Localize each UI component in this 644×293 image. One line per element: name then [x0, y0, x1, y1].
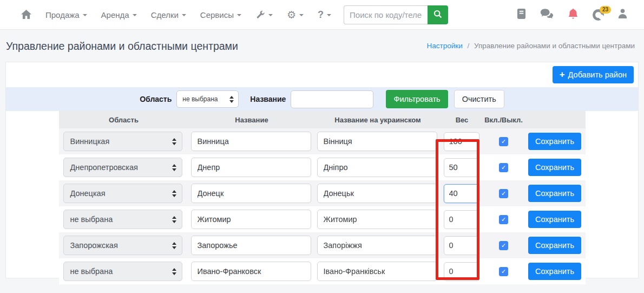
- book-icon: [517, 8, 526, 22]
- enabled-checkbox[interactable]: ✓: [499, 267, 508, 276]
- table-row: не выбрана ✓ Сохранить: [59, 258, 586, 284]
- name-ua-input[interactable]: [317, 236, 437, 255]
- name-input[interactable]: [191, 132, 311, 151]
- enabled-checkbox[interactable]: ✓: [499, 137, 508, 146]
- region-select-value: Винницкая: [70, 137, 110, 146]
- name-input[interactable]: [191, 210, 311, 229]
- menu-deals[interactable]: Сделки: [144, 10, 193, 19]
- chevron-down-icon: [327, 14, 331, 16]
- add-district-button[interactable]: + Добавить район: [553, 66, 634, 83]
- breadcrumb: Настройки / Управление районами и област…: [427, 39, 635, 50]
- enabled-checkbox[interactable]: ✓: [499, 163, 508, 172]
- region-select-value: не выбрана: [70, 267, 113, 276]
- table-body: Винницкая ✓ Сохранить Днепропетровская ✓: [59, 128, 586, 284]
- header-region: Область: [59, 116, 189, 124]
- name-ua-input[interactable]: [317, 132, 437, 151]
- check-icon: ✓: [501, 243, 506, 249]
- chevron-down-icon: [268, 14, 273, 16]
- region-select[interactable]: Запорожская: [63, 236, 182, 255]
- home-button[interactable]: [14, 10, 38, 19]
- region-select[interactable]: Винницкая: [63, 132, 182, 151]
- journal-button[interactable]: [517, 8, 526, 22]
- name-ua-input[interactable]: [317, 184, 437, 203]
- enabled-checkbox[interactable]: ✓: [499, 241, 508, 250]
- chevron-down-icon: [182, 14, 186, 16]
- filter-region-select[interactable]: не выбрана: [176, 90, 239, 108]
- save-button[interactable]: Сохранить: [528, 237, 581, 254]
- check-icon: ✓: [501, 217, 506, 223]
- save-button[interactable]: Сохранить: [528, 133, 581, 150]
- name-input[interactable]: [191, 236, 311, 255]
- save-button[interactable]: Сохранить: [528, 263, 581, 280]
- menu-services[interactable]: Сервисы: [193, 10, 248, 19]
- region-select[interactable]: Днепропетровская: [63, 158, 182, 177]
- weight-input[interactable]: [444, 158, 479, 177]
- region-select-value: Днепропетровская: [70, 163, 138, 172]
- weight-input[interactable]: [444, 210, 479, 229]
- region-select-value: Донецкая: [70, 189, 106, 198]
- filter-button[interactable]: Фильтровать: [386, 90, 448, 108]
- weight-input[interactable]: [444, 184, 479, 203]
- filter-name-input[interactable]: [291, 90, 373, 108]
- menu-rent[interactable]: Аренда: [94, 10, 144, 19]
- select-arrows-icon: [172, 216, 176, 223]
- search-button[interactable]: [428, 5, 448, 24]
- page-header: Управление районами и областными центрам…: [0, 30, 644, 60]
- menu-rent-label: Аренда: [101, 10, 129, 19]
- region-select[interactable]: не выбрана: [63, 210, 182, 229]
- filter-region-label: Область: [140, 95, 172, 103]
- name-input[interactable]: [191, 158, 311, 177]
- clear-button[interactable]: Очистить: [454, 90, 504, 108]
- save-button[interactable]: Сохранить: [528, 185, 581, 202]
- save-button[interactable]: Сохранить: [528, 211, 581, 228]
- breadcrumb-separator: /: [468, 42, 470, 50]
- enabled-checkbox[interactable]: ✓: [499, 189, 508, 198]
- menu-sales-label: Продажа: [45, 10, 80, 19]
- name-input[interactable]: [191, 184, 311, 203]
- menu-help[interactable]: ?: [311, 9, 338, 21]
- name-ua-input[interactable]: [317, 210, 437, 229]
- plus-icon: +: [560, 71, 565, 79]
- profile-button[interactable]: [617, 8, 628, 21]
- region-select[interactable]: Донецкая: [63, 184, 182, 203]
- page-title: Управление районами и областными центрам…: [6, 39, 238, 54]
- header-enabled: Вкл./Выкл.: [483, 116, 524, 124]
- chevron-down-icon: [83, 14, 87, 16]
- weight-input[interactable]: [444, 132, 479, 151]
- select-arrows-icon: [229, 96, 234, 103]
- navbar-right-icons: 23: [517, 8, 628, 22]
- gear-icon: ⚙: [287, 10, 296, 20]
- top-navbar: Продажа Аренда Сделки Сервисы ⚙ ?: [0, 0, 644, 30]
- select-arrows-icon: [172, 268, 176, 275]
- breadcrumb-settings-link[interactable]: Настройки: [427, 42, 463, 50]
- menu-settings[interactable]: ⚙: [280, 10, 311, 20]
- name-ua-input[interactable]: [317, 262, 437, 281]
- check-icon: ✓: [501, 165, 506, 171]
- filter-name-label: Название: [250, 95, 286, 103]
- messages-button[interactable]: [540, 8, 554, 22]
- menu-tools[interactable]: [248, 10, 280, 19]
- check-icon: ✓: [501, 139, 506, 145]
- menu-sales[interactable]: Продажа: [38, 10, 94, 19]
- reports-button[interactable]: 23: [593, 9, 604, 21]
- search-input[interactable]: [344, 5, 428, 24]
- weight-input[interactable]: [444, 262, 479, 281]
- save-button[interactable]: Сохранить: [528, 159, 581, 176]
- navbar-search: [344, 5, 448, 24]
- chevron-down-icon: [133, 14, 137, 16]
- home-icon: [21, 10, 31, 19]
- table-header: Область Название Название на украинском …: [59, 111, 586, 128]
- bell-icon: [567, 8, 579, 22]
- notifications-button[interactable]: [567, 8, 579, 22]
- name-input[interactable]: [191, 262, 311, 281]
- chevron-down-icon: [237, 14, 241, 16]
- name-ua-input[interactable]: [317, 158, 437, 177]
- table-row: не выбрана ✓ Сохранить: [59, 206, 586, 232]
- region-select[interactable]: не выбрана: [63, 262, 182, 281]
- notification-badge: 23: [600, 6, 611, 14]
- weight-input[interactable]: [444, 236, 479, 255]
- content-card: + Добавить район Область не выбрана Назв…: [5, 62, 639, 278]
- menu-deals-label: Сделки: [151, 10, 179, 19]
- breadcrumb-current: Управление районами и областными центрам…: [474, 42, 635, 50]
- enabled-checkbox[interactable]: ✓: [499, 215, 508, 224]
